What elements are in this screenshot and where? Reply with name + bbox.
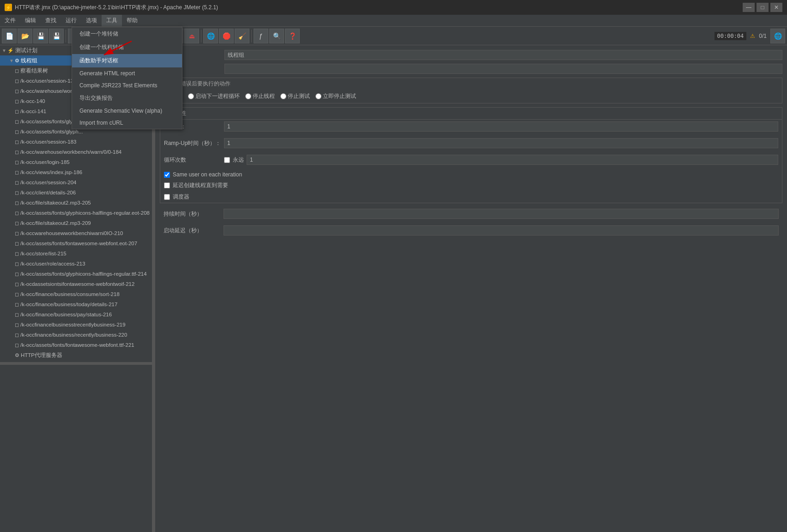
menu-import-curl[interactable]: Import from cURL	[72, 117, 182, 129]
duration-input[interactable]	[224, 209, 779, 219]
req-221-label: /k-occ/assets/fonts/fontawesome-webfont.…	[20, 342, 134, 348]
sidebar-item-184[interactable]: ◻ /k-occ/warehouse/workbench/warn/0/0-18…	[0, 147, 152, 157]
radio-stop-now[interactable]: 立即停止测试	[315, 92, 356, 100]
sidebar-item-205[interactable]: ◻ /k-occ/file/sltakeout2.mp3-205	[0, 198, 152, 208]
sidebar-item-183[interactable]: ◻ /k-occ/user/session-183	[0, 137, 152, 147]
sidebar-item-213[interactable]: ◻ /k-occ/user/role/access-213	[0, 259, 152, 269]
name-input[interactable]	[224, 50, 782, 60]
ramp-up-input[interactable]	[224, 138, 778, 148]
menu-options[interactable]: 选项	[81, 15, 102, 26]
loop-count-input[interactable]	[247, 155, 778, 165]
req-184-label: /k-occ/warehouse/workbench/warn/0/0-184	[20, 149, 121, 155]
scheduler-checkbox[interactable]	[164, 194, 170, 200]
sidebar-item-220[interactable]: ◻ /k-occfinance/business/recently/busine…	[0, 330, 152, 340]
menu-edit[interactable]: 编辑	[20, 15, 41, 26]
sidebar-item-219[interactable]: ◻ /k-occfinancelbusinesstrecentlybusines…	[0, 320, 152, 330]
sidebar-item-208[interactable]: ◻ /k-occ/assets/fonts/glyphicons-halflin…	[0, 208, 152, 218]
result-icon: ◻	[15, 68, 19, 74]
menu-file[interactable]: 文件	[0, 15, 20, 26]
ramp-up-row: Ramp-Up时间（秒）：	[160, 136, 782, 150]
req-217-label: /k-occ/finance/business/today/details-21…	[20, 302, 117, 307]
toolbar-clear[interactable]: 🧹	[235, 29, 249, 43]
menu-html-report[interactable]: Generate HTML report	[72, 67, 182, 79]
menu-compile-jsr[interactable]: Compile JSR223 Test Elements	[72, 79, 182, 91]
forever-checkbox[interactable]	[224, 157, 230, 163]
tools-dropdown-menu: 创建一个堆转储 创建一个线程转储 函数助手对话框 Generate HTML r…	[72, 27, 182, 129]
comment-input[interactable]	[224, 64, 782, 74]
toolbar-separator-4	[201, 30, 201, 42]
toolbar-right: 00:00:04 ⚠ 0/1 🌐	[714, 29, 785, 43]
same-user-row: Same user on each iteration	[160, 169, 782, 180]
menu-search[interactable]: 查找	[41, 15, 61, 26]
same-user-label: Same user on each iteration	[173, 171, 242, 178]
start-delay-input[interactable]	[224, 225, 779, 236]
sidebar-item-216[interactable]: ◻ /k-occ/finance/business/pay/status-216	[0, 309, 152, 320]
toolbar-save[interactable]: 💾	[33, 29, 48, 43]
toolbar-shutdown[interactable]: ⏏	[184, 29, 199, 43]
req-214-label: /k-occ/assets/fonts/glyphicons-halflings…	[20, 271, 147, 277]
req-icon: ◻	[15, 190, 19, 196]
req-icon: ◻	[15, 322, 19, 328]
toolbar-function[interactable]: ƒ	[254, 29, 268, 43]
sidebar-item-186[interactable]: ◻ /k-occ/views/index.jsp-186	[0, 167, 152, 177]
req-glyph2-label: /k-occ/assets/fonts/glyph...	[20, 129, 83, 134]
sidebar-item-185[interactable]: ◻ /k-occ/user/login-185	[0, 157, 152, 167]
sidebar-item-209[interactable]: ◻ /k-occ/file/sltakeout2.mp3-209	[0, 218, 152, 228]
sidebar-item-214[interactable]: ◻ /k-occ/assets/fonts/glyphicons-halflin…	[0, 269, 152, 279]
sidebar-item-206[interactable]: ◻ /k-occ/client/details-206	[0, 187, 152, 198]
duration-label: 持续时间（秒）	[163, 210, 224, 218]
req-icon: ◻	[15, 129, 19, 135]
menu-tools[interactable]: 工具	[102, 15, 122, 26]
ramp-up-label: Ramp-Up时间（秒）：	[164, 139, 224, 147]
menu-heap-dump[interactable]: 创建一个堆转储	[72, 27, 182, 41]
sidebar-item-204[interactable]: ◻ /k-occ/user/session-204	[0, 177, 152, 187]
delay-create-checkbox[interactable]	[164, 182, 170, 188]
title-bar-left: ⚡ HTTP请求.jmx (D:\apache-jmeter-5.2.1\bin…	[5, 4, 218, 12]
req-icon: ◻	[15, 159, 19, 165]
maximize-button[interactable]: □	[757, 3, 769, 12]
req-215-label: /k-occ/store/list-215	[20, 251, 67, 256]
toolbar-save-as[interactable]: 💾	[49, 29, 64, 43]
menu-export-report[interactable]: 导出交换报告	[72, 91, 182, 105]
req-icon: ◻	[15, 261, 19, 267]
radio-next-loop[interactable]: 启动下一进程循环	[188, 92, 240, 100]
close-button[interactable]: ✕	[770, 3, 782, 12]
radio-stop-test[interactable]: 停止测试	[280, 92, 310, 100]
menu-function-dialog[interactable]: 函数助手对话框	[72, 54, 182, 67]
menu-bar: 文件 编辑 查找 运行 选项 工具 帮助 创建一个堆转储 创建一个线程转储 函数…	[0, 15, 787, 27]
title-bar: ⚡ HTTP请求.jmx (D:\apache-jmeter-5.2.1\bin…	[0, 0, 787, 15]
sidebar-item-210[interactable]: ◻ /k-occwarehousewworkbenchiwarni0IO-210	[0, 228, 152, 238]
menu-thread-dump[interactable]: 创建一个线程转储	[72, 41, 182, 54]
sidebar-item-215[interactable]: ◻ /k-occ/store/list-215	[0, 248, 152, 259]
menu-schematic[interactable]: Generate Schematic View (alpha)	[72, 105, 182, 117]
toolbar-new[interactable]: 📄	[2, 29, 17, 43]
toolbar-search[interactable]: 🔍	[269, 29, 284, 43]
req-icon: ◻	[15, 291, 19, 297]
radio-stop-thread[interactable]: 停止线程	[245, 92, 275, 100]
req-icon: ◻	[15, 220, 19, 226]
req-209-label: /k-occ/file/sltakeout2.mp3-209	[20, 220, 91, 226]
sidebar-resize-handle[interactable]	[0, 362, 152, 365]
toolbar-open[interactable]: 📂	[18, 29, 32, 43]
toolbar-remote-stop[interactable]: 🛑	[219, 29, 234, 43]
thread-count-input[interactable]	[224, 121, 778, 132]
thread-properties-title: 线程属性	[160, 108, 782, 120]
same-user-checkbox[interactable]	[164, 172, 170, 178]
sidebar-item-212[interactable]: ◻ /k-ocdassetsiontsifontawesome-webfontw…	[0, 279, 152, 289]
loop-count-row: 循环次数 永远	[160, 153, 782, 167]
req-212-label: /k-ocdassetsiontsifontawesome-webfontwoi…	[20, 281, 134, 287]
warning-icon: ⚠	[750, 33, 755, 39]
sidebar-item-218[interactable]: ◻ /k-occ/finance/business/consume/sort-2…	[0, 289, 152, 299]
minimize-button[interactable]: —	[743, 3, 755, 12]
req-icon: ◻	[15, 271, 19, 277]
toolbar-help[interactable]: ❓	[285, 29, 300, 43]
toolbar-remote-start[interactable]: 🌐	[203, 29, 218, 43]
sidebar-item-221[interactable]: ◻ /k-occ/assets/fonts/fontawesome-webfon…	[0, 340, 152, 350]
sidebar-item-proxy[interactable]: ⚙ HTTP代理服务器	[0, 350, 152, 360]
req-icon: ◻	[15, 98, 19, 104]
menu-help[interactable]: 帮助	[122, 15, 142, 26]
toolbar-globe[interactable]: 🌐	[770, 29, 785, 43]
menu-run[interactable]: 运行	[61, 15, 81, 26]
sidebar-item-217[interactable]: ◻ /k-occ/finance/business/today/details-…	[0, 299, 152, 309]
sidebar-item-207[interactable]: ◻ /k-occ/assets/fonts/fontawesome-webfon…	[0, 238, 152, 248]
